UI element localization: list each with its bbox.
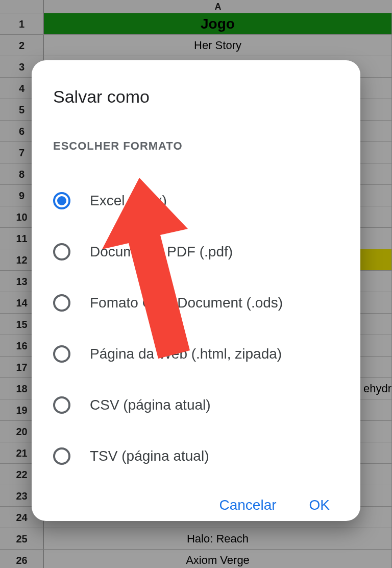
dialog-actions: Cancelar OK <box>53 497 339 513</box>
radio-icon[interactable] <box>53 396 70 414</box>
format-option-csv[interactable]: CSV (página atual) <box>53 380 339 431</box>
dialog-title: Salvar como <box>53 87 339 107</box>
format-option-html[interactable]: Página da Web (.html, zipada) <box>53 328 339 380</box>
format-option-label: TSV (página atual) <box>90 448 209 464</box>
format-option-label: Fomato OpenDocument (.ods) <box>90 295 283 311</box>
save-as-dialog: Salvar como ESCOLHER FORMATO Excel (.xls… <box>32 60 360 521</box>
cancel-button[interactable]: Cancelar <box>219 497 276 513</box>
format-option-label: Página da Web (.html, zipada) <box>90 346 282 362</box>
radio-icon[interactable] <box>53 243 70 261</box>
choose-format-label: ESCOLHER FORMATO <box>53 139 339 153</box>
radio-icon[interactable] <box>53 192 70 209</box>
radio-icon[interactable] <box>53 294 70 312</box>
format-option-ods[interactable]: Fomato OpenDocument (.ods) <box>53 277 339 328</box>
ok-button[interactable]: OK <box>309 497 330 513</box>
format-option-tsv[interactable]: TSV (página atual) <box>53 431 339 482</box>
format-option-pdf[interactable]: Documento PDF (.pdf) <box>53 226 339 277</box>
radio-icon[interactable] <box>53 447 70 465</box>
format-option-xlsx[interactable]: Excel (.xlsx) <box>53 175 339 226</box>
format-option-label: Excel (.xlsx) <box>90 193 167 209</box>
radio-icon[interactable] <box>53 345 70 363</box>
format-option-label: CSV (página atual) <box>90 397 211 413</box>
format-option-label: Documento PDF (.pdf) <box>90 244 233 260</box>
